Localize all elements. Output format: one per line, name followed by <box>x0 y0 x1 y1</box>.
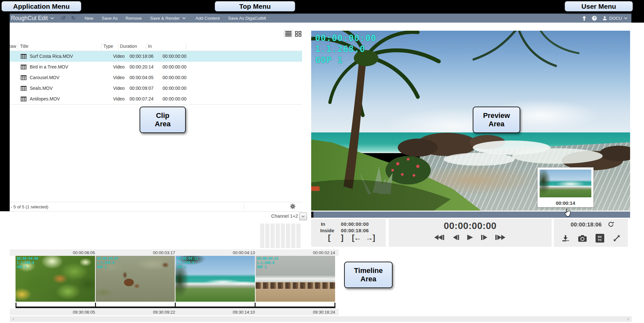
status-separator <box>244 203 244 209</box>
ruler-tick <box>16 303 16 307</box>
scroll-left-icon[interactable]: ‹ <box>10 316 17 322</box>
table-row[interactable]: Surf Costa Rica.MOV Video 00:00:18:06 00… <box>10 51 302 62</box>
list-view-toggle[interactable] <box>284 30 293 37</box>
scroll-right-icon[interactable]: › <box>624 316 632 322</box>
ruler-tick <box>175 303 176 307</box>
mark-in-button[interactable]: [ <box>328 233 330 243</box>
grid-view-toggle[interactable] <box>294 30 302 37</box>
chevron-down-icon <box>624 17 628 19</box>
clip-duration-label: 00:00:02:14 <box>256 250 335 255</box>
toolbar-right-group: ? DOCU <box>582 16 631 21</box>
save-render-button[interactable]: Save & Render <box>150 16 186 21</box>
clip-type: Video <box>113 96 125 101</box>
camera-snapshot-icon[interactable] <box>578 235 587 242</box>
callout-user-menu: User Menu <box>564 1 633 12</box>
channel-select[interactable] <box>299 213 307 220</box>
transport-panel: 00:00:00:00 <box>389 219 552 247</box>
clip-duration-label: 00:00:04:13 <box>175 250 255 255</box>
callout-line: Area <box>489 120 504 128</box>
skip-end-button[interactable] <box>495 234 506 241</box>
inttc-line2: TC <box>598 238 602 242</box>
ruler-tick <box>255 303 256 307</box>
column-header-duration[interactable]: Duration <box>120 44 137 49</box>
scrub-thumbnail-image <box>540 170 591 197</box>
chevron-down-icon <box>182 17 186 19</box>
gear-icon[interactable] <box>290 203 296 209</box>
clip-title: Surf Costa Rica.MOV <box>30 54 73 59</box>
callout-application-menu: Application Menu <box>1 1 82 12</box>
callout-top-menu: Top Menu <box>214 1 296 12</box>
app-screen: Application Menu Top Menu User Menu Roug… <box>0 0 644 323</box>
fullscreen-icon[interactable] <box>613 234 620 242</box>
save-as-digacutmt-button[interactable]: Save As DigaCutMt <box>228 16 266 21</box>
callout-clip-area: Clip Area <box>140 107 186 133</box>
step-back-button[interactable] <box>453 234 459 241</box>
skip-start-button[interactable] <box>434 234 445 241</box>
loop-icon[interactable] <box>607 221 614 228</box>
mark-out-button[interactable]: ] <box>341 233 343 243</box>
timeline-clip[interactable]: 00:00:00:211.1.268.0GOP 1 <box>175 256 255 302</box>
clip-end-timecode: 09:30:14:10 <box>175 310 255 315</box>
clip-type: Video <box>113 86 125 91</box>
user-label: DOCU <box>609 16 622 21</box>
save-as-button[interactable]: Save As <box>102 16 118 21</box>
in-value: 00:00:00:00 <box>341 221 369 227</box>
remove-button[interactable]: Remove <box>125 16 142 21</box>
column-separator <box>101 43 101 50</box>
callout-line: Area <box>361 275 376 283</box>
user-menu-button[interactable]: DOCU <box>602 16 628 21</box>
timeline-clip[interactable]: 00:00:04:061.1.268.0GOP 1 <box>16 256 95 302</box>
clip-overlay: 00:00:05:131.1.268.0GOP 1 <box>257 256 278 269</box>
clip-type: Video <box>113 64 125 69</box>
clip-image-detail <box>256 282 335 289</box>
clip-table-icon <box>21 54 26 59</box>
column-header-title[interactable]: Title <box>20 44 28 49</box>
add-content-button[interactable]: Add Content <box>195 16 220 21</box>
column-header-type[interactable]: Type <box>103 44 113 49</box>
undo-icon[interactable]: ↺ <box>61 16 65 21</box>
table-row[interactable]: Seals.MOV Video 00:00:09:07 00:00:00:00 <box>10 83 302 94</box>
clip-overlay: 00:00:04:071.1.268.0GOP 1 <box>97 256 118 269</box>
clip-overlay: 00:00:00:211.1.268.0GOP 1 <box>177 256 198 269</box>
current-timecode: 00:00:00:00 <box>444 221 497 231</box>
clip-end-timecode: 09:30:09:22 <box>96 310 175 315</box>
top-bar <box>0 0 644 14</box>
goto-in-button[interactable]: [← <box>352 233 361 243</box>
clip-table-header <box>10 41 302 51</box>
column-separator <box>118 43 118 50</box>
table-row[interactable]: Carousel.MOV Video 00:00:04:05 00:00:00:… <box>10 72 302 83</box>
preview-seek-bar[interactable] <box>311 212 630 218</box>
download-icon[interactable] <box>562 234 569 242</box>
column-header-in[interactable]: In <box>148 44 152 49</box>
app-title: RoughCut Edit <box>11 15 48 22</box>
clip-title: Carousel.MOV <box>30 75 59 80</box>
goto-out-button[interactable]: →] <box>365 233 375 243</box>
internal-timecode-toggle[interactable]: Int TC <box>596 234 604 243</box>
timeline-scrollbar[interactable]: ‹ › <box>10 316 632 322</box>
help-icon[interactable]: ? <box>592 16 597 21</box>
timeline-clip[interactable]: 00:00:05:131.1.268.0GOP 1 <box>256 256 335 302</box>
callout-timeline-area: Timeline Area <box>344 262 393 288</box>
app-title-menu[interactable]: RoughCut Edit <box>11 15 54 22</box>
new-button[interactable]: New <box>85 16 93 21</box>
preview-viewport[interactable]: 00:00:00:00 1.1.268.0 GOP 1 00:00:14 <box>311 31 630 211</box>
toolbar-right-black-patch <box>631 14 644 23</box>
clip-table-icon <box>21 65 26 69</box>
timeline-clip[interactable]: 00:00:04:071.1.268.0GOP 1 <box>96 256 175 302</box>
inside-value: 00:00:18:06 <box>341 228 369 233</box>
column-separator <box>18 43 18 50</box>
clip-title: Antilopes.MOV <box>30 96 60 101</box>
upload-icon[interactable] <box>582 16 586 21</box>
left-black-strip <box>0 14 10 211</box>
callout-line: Area <box>155 120 171 128</box>
table-row[interactable]: Bird in a Tree.MOV Video 00:00:20:14 00:… <box>10 62 302 73</box>
mouse-cursor-hand <box>564 208 571 217</box>
seek-position-cursor[interactable] <box>311 212 313 218</box>
table-row[interactable]: Antilopes.MOV Video 00:00:07:24 00:00:00… <box>10 94 302 105</box>
user-icon <box>602 16 607 21</box>
clip-end-timecode: 09:30:16:24 <box>256 310 335 315</box>
save-render-label: Save & Render <box>150 16 180 21</box>
redo-icon[interactable]: ↻ <box>71 16 75 21</box>
play-button[interactable] <box>467 234 473 241</box>
step-forward-button[interactable] <box>481 234 488 241</box>
